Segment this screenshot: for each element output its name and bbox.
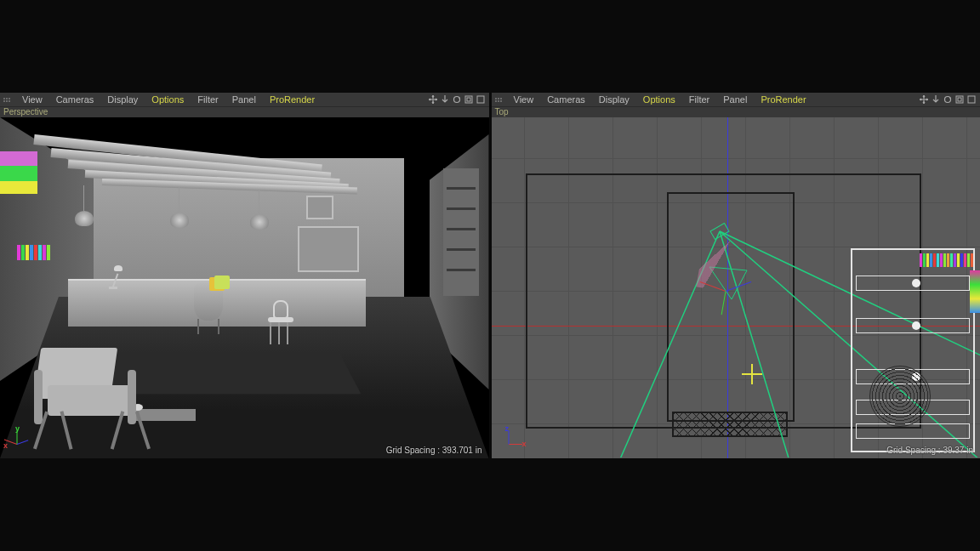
menu-panel[interactable]: Panel [225, 93, 263, 107]
viewport-canvas-perspective[interactable]: x y Grid Spacing : 393.701 in [0, 117, 489, 458]
grid-spacing-readout: Grid Spacing : 39.37 in [886, 446, 973, 455]
sphere-wireframe [869, 366, 931, 427]
axis-gizmo: x y [5, 424, 34, 453]
viewport-top: View Cameras Display Options Filter Pane… [492, 93, 981, 458]
rotate-icon[interactable] [943, 94, 953, 105]
frame-icon[interactable] [464, 94, 474, 105]
chandelier [75, 211, 94, 236]
move-icon[interactable] [919, 94, 929, 105]
grid-spacing-readout: Grid Spacing : 393.701 in [386, 446, 482, 455]
svg-rect-1 [465, 96, 472, 103]
camera-view-cone [696, 236, 755, 296]
chandelier [250, 214, 269, 240]
menu-filter[interactable]: Filter [191, 93, 225, 107]
svg-rect-7 [968, 96, 975, 103]
move-icon[interactable] [428, 94, 438, 105]
svg-rect-6 [958, 98, 961, 101]
drop-down-icon[interactable] [931, 94, 941, 105]
axis-y-label: y [15, 424, 20, 433]
desk-lamp [102, 265, 124, 289]
shelf-unit [443, 168, 479, 296]
menu-panel[interactable]: Panel [716, 93, 754, 107]
scene-room [0, 117, 489, 458]
viewport-canvas-top[interactable]: x z Grid Spacing : 39.37 in [492, 117, 981, 458]
maximize-icon[interactable] [966, 94, 977, 105]
svg-point-4 [945, 97, 951, 103]
wall-art-frame [306, 196, 333, 219]
menu-options[interactable]: Options [145, 93, 191, 107]
menu-display[interactable]: Display [592, 93, 636, 107]
menu-prorender[interactable]: ProRender [263, 93, 322, 107]
menu-cameras[interactable]: Cameras [540, 93, 592, 107]
viewport-split: View Cameras Display Options Filter Pane… [0, 93, 980, 458]
svg-rect-2 [467, 98, 470, 101]
menu-view[interactable]: View [15, 93, 49, 107]
draped-stool [194, 283, 223, 334]
color-strip [970, 270, 980, 313]
viewport-perspective: View Cameras Display Options Filter Pane… [0, 93, 489, 458]
books-top-view [920, 253, 973, 267]
viewport-menu-bar: View Cameras Display Options Filter Pane… [0, 93, 489, 107]
frame-icon[interactable] [954, 94, 965, 105]
lounge-chair [14, 322, 158, 450]
viewport-label: Top [492, 107, 981, 117]
drop-down-icon[interactable] [440, 94, 450, 105]
svg-rect-3 [477, 96, 484, 103]
rotate-icon[interactable] [452, 94, 462, 105]
menu-cameras[interactable]: Cameras [49, 93, 101, 107]
grip-icon[interactable] [495, 98, 504, 102]
axis-x-label: x [3, 441, 8, 450]
color-patch [0, 151, 37, 194]
desk-chair [268, 300, 299, 346]
viewport-nav-icons [428, 94, 486, 105]
axis-z-label: z [505, 424, 510, 433]
menu-filter[interactable]: Filter [682, 93, 716, 107]
bookshelf-books [17, 245, 50, 260]
maximize-icon[interactable] [476, 94, 486, 105]
menu-display[interactable]: Display [100, 93, 145, 107]
wall-art-frame [298, 226, 359, 272]
grip-icon[interactable] [3, 98, 12, 102]
light-gizmo [742, 364, 762, 384]
svg-rect-5 [956, 96, 963, 103]
plant [214, 276, 230, 289]
chandelier [170, 213, 189, 238]
menu-options[interactable]: Options [636, 93, 682, 107]
menu-prorender[interactable]: ProRender [754, 93, 812, 107]
menu-view[interactable]: View [507, 93, 541, 107]
viewport-menu-bar: View Cameras Display Options Filter Pane… [492, 93, 981, 107]
axis-x-label: x [522, 440, 527, 448]
axis-gizmo: x z [497, 424, 526, 453]
viewport-nav-icons [919, 94, 977, 105]
svg-point-0 [453, 97, 459, 103]
viewport-label: Perspective [0, 107, 489, 117]
